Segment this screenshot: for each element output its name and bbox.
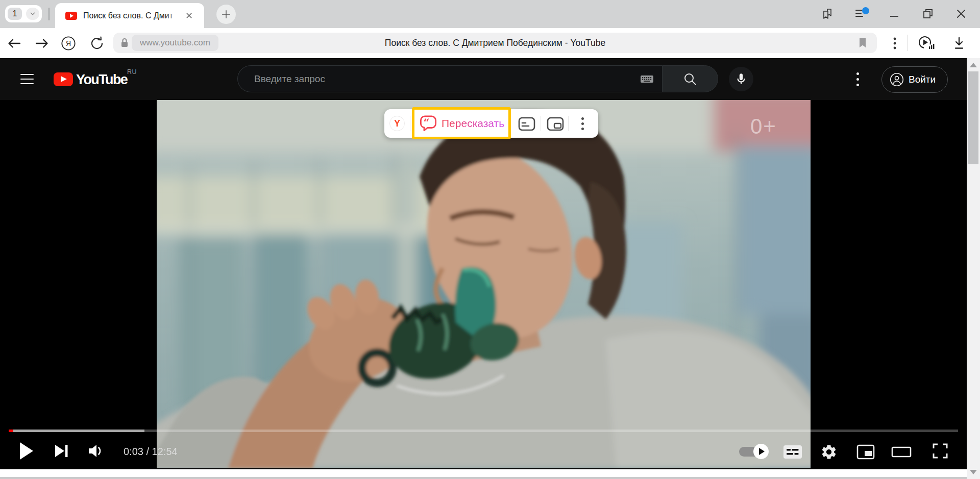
guide-hamburger-icon[interactable]	[20, 74, 34, 84]
next-button[interactable]	[54, 444, 69, 458]
tab-close-icon[interactable]	[185, 11, 193, 20]
restore-window-button[interactable]	[921, 7, 935, 21]
progress-bar[interactable]	[9, 430, 958, 432]
address-bar[interactable]: www.youtube.com Поиск без слов. С Дмитри…	[113, 33, 877, 53]
play-button[interactable]	[19, 442, 34, 460]
progress-played	[9, 430, 13, 432]
virtual-keyboard-icon[interactable]	[640, 73, 654, 85]
yandex-start-button[interactable]: Я	[61, 36, 76, 51]
download-icon[interactable]	[951, 36, 967, 51]
page-bottom-strip	[0, 469, 980, 479]
media-player-icon[interactable]	[917, 36, 936, 51]
summarize-label: Пересказать	[442, 117, 504, 130]
new-tab-button[interactable]	[216, 5, 236, 24]
overlay-subtitles-icon[interactable]	[518, 116, 535, 132]
sign-in-label: Войти	[909, 74, 936, 85]
side-panel-icon[interactable]	[820, 7, 835, 21]
quote-bubble-icon: “	[420, 115, 437, 132]
fullscreen-button[interactable]	[932, 442, 949, 460]
search-icon	[683, 72, 697, 86]
autoplay-toggle-knob	[753, 444, 769, 459]
tab-title: Поиск без слов. С Дмит	[83, 10, 183, 21]
overlay-kebab-icon[interactable]	[577, 116, 587, 131]
sign-in-button[interactable]: Войти	[881, 66, 948, 93]
video-player: Y “ Пересказать 0+	[0, 100, 980, 469]
subtitles-button[interactable]	[783, 445, 802, 459]
region-code: RU	[127, 68, 137, 75]
autoplay-toggle[interactable]	[738, 443, 770, 459]
extensions-kebab-icon[interactable]	[887, 36, 902, 51]
svg-text:Я: Я	[66, 39, 71, 47]
lock-icon[interactable]	[119, 37, 130, 48]
masthead-kebab-icon[interactable]	[856, 72, 859, 86]
voice-search-button[interactable]	[729, 67, 753, 91]
chevron-down-icon[interactable]	[26, 8, 39, 20]
tab-separator	[48, 8, 50, 20]
url-chip[interactable]: www.youtube.com	[132, 35, 218, 51]
overlay-pip-icon[interactable]	[547, 116, 564, 132]
page-title: Поиск без слов. С Дмитрием Побединским -…	[113, 33, 877, 53]
browser-window: 1 Поиск без слов. С Дмит	[0, 0, 980, 479]
gear-icon	[820, 443, 838, 461]
yandex-overlay-toolbar: Y “ Пересказать	[384, 109, 598, 138]
microphone-icon	[734, 72, 748, 86]
youtube-wordmark[interactable]: YouTube	[76, 72, 127, 88]
age-rating-badge: 0+	[750, 114, 777, 139]
search-input-box[interactable]	[237, 65, 662, 92]
overlay-separator	[541, 116, 541, 131]
settings-button[interactable]	[820, 443, 838, 461]
tab-strip: 1 Поиск без слов. С Дмит	[0, 0, 980, 28]
summarize-button[interactable]: “ Пересказать	[412, 107, 511, 139]
yandex-logo-button[interactable]: Y	[389, 116, 405, 131]
scrollbar-thumb[interactable]	[968, 71, 978, 164]
scroll-down-arrow-icon[interactable]	[970, 470, 977, 474]
refresh-button[interactable]	[89, 36, 105, 51]
overlay-separator	[568, 116, 569, 131]
theater-mode-button[interactable]	[891, 446, 912, 458]
tab-youtube[interactable]: Поиск без слов. С Дмит	[55, 3, 204, 28]
overlay-separator	[410, 116, 410, 131]
search-button[interactable]	[662, 65, 718, 92]
youtube-logo-icon[interactable]	[54, 72, 73, 86]
youtube-favicon-icon	[65, 12, 77, 20]
tab-count: 1	[8, 8, 22, 20]
browser-toolbar: Я www.youtube.com Поиск без слов. С Дмит…	[0, 28, 980, 58]
tab-counter[interactable]: 1	[5, 5, 42, 22]
volume-button[interactable]	[88, 444, 104, 458]
scrollbar[interactable]	[967, 58, 980, 479]
forward-button[interactable]	[34, 36, 50, 51]
close-window-button[interactable]	[955, 7, 967, 21]
search-area	[237, 65, 718, 92]
svg-text:“: “	[424, 115, 430, 128]
back-button[interactable]	[7, 36, 22, 51]
person-icon	[890, 72, 904, 87]
progress-buffered	[9, 430, 144, 432]
youtube-masthead: YouTube RU Войти	[0, 58, 980, 100]
video-content	[157, 100, 811, 468]
minimize-button[interactable]	[888, 7, 900, 21]
bookmark-icon[interactable]	[857, 37, 868, 48]
scroll-up-arrow-icon[interactable]	[970, 63, 977, 67]
miniplayer-button[interactable]	[856, 444, 875, 460]
search-input[interactable]	[253, 66, 612, 92]
video-frame[interactable]	[157, 100, 811, 468]
time-display: 0:03 / 12:54	[124, 445, 178, 458]
toolbar-separator	[907, 35, 908, 51]
browser-menu-icon[interactable]	[853, 7, 871, 21]
